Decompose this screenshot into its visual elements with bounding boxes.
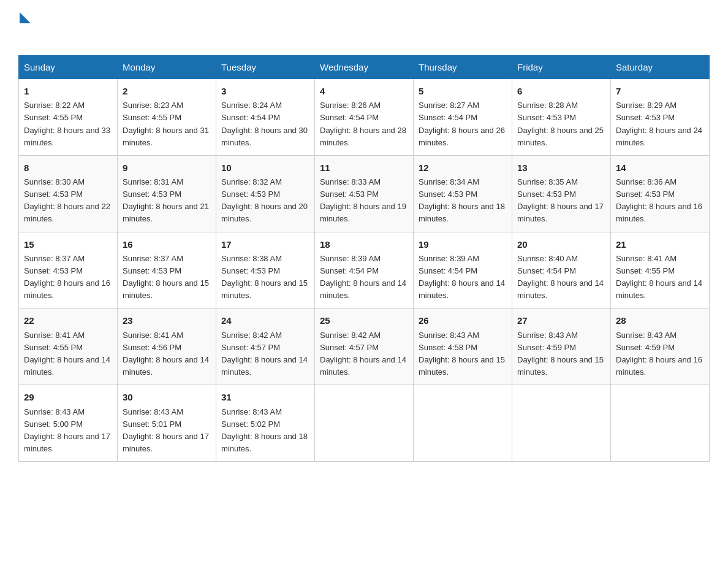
day-info: Sunrise: 8:36 AMSunset: 4:53 PMDaylight:… (616, 177, 702, 223)
calendar-cell: 14Sunrise: 8:36 AMSunset: 4:53 PMDayligh… (611, 155, 710, 232)
calendar-cell: 9Sunrise: 8:31 AMSunset: 4:53 PMDaylight… (118, 155, 216, 232)
calendar-cell: 13Sunrise: 8:35 AMSunset: 4:53 PMDayligh… (512, 155, 611, 232)
calendar-cell: 12Sunrise: 8:34 AMSunset: 4:53 PMDayligh… (414, 155, 512, 232)
calendar-cell: 30Sunrise: 8:43 AMSunset: 5:01 PMDayligh… (118, 385, 216, 462)
calendar-table: SundayMondayTuesdayWednesdayThursdayFrid… (18, 55, 710, 462)
day-info: Sunrise: 8:43 AMSunset: 4:59 PMDaylight:… (616, 331, 702, 377)
calendar-cell: 15Sunrise: 8:37 AMSunset: 4:53 PMDayligh… (19, 232, 118, 308)
day-number: 20 (517, 237, 605, 251)
day-info: Sunrise: 8:39 AMSunset: 4:54 PMDaylight:… (320, 254, 406, 300)
calendar-week-row: 15Sunrise: 8:37 AMSunset: 4:53 PMDayligh… (19, 232, 710, 308)
day-info: Sunrise: 8:30 AMSunset: 4:53 PMDaylight:… (24, 177, 110, 223)
day-number: 21 (616, 237, 704, 251)
calendar-cell: 21Sunrise: 8:41 AMSunset: 4:55 PMDayligh… (611, 232, 710, 308)
calendar-cell: 5Sunrise: 8:27 AMSunset: 4:54 PMDaylight… (414, 79, 512, 156)
calendar-cell: 7Sunrise: 8:29 AMSunset: 4:53 PMDaylight… (611, 79, 710, 156)
calendar-cell: 22Sunrise: 8:41 AMSunset: 4:55 PMDayligh… (19, 308, 118, 385)
day-info: Sunrise: 8:43 AMSunset: 5:02 PMDaylight:… (221, 407, 308, 453)
day-number: 16 (123, 237, 211, 251)
calendar-cell: 4Sunrise: 8:26 AMSunset: 4:54 PMDaylight… (315, 79, 414, 156)
calendar-week-row: 29Sunrise: 8:43 AMSunset: 5:00 PMDayligh… (19, 385, 710, 462)
page-header (18, 12, 710, 44)
day-info: Sunrise: 8:22 AMSunset: 4:55 PMDaylight:… (24, 101, 110, 147)
calendar-cell: 10Sunrise: 8:32 AMSunset: 4:53 PMDayligh… (216, 155, 315, 232)
calendar-cell: 29Sunrise: 8:43 AMSunset: 5:00 PMDayligh… (19, 385, 118, 462)
weekday-header-thursday: Thursday (414, 56, 512, 79)
day-info: Sunrise: 8:43 AMSunset: 4:58 PMDaylight:… (419, 331, 505, 377)
day-number: 3 (221, 84, 309, 98)
day-number: 1 (24, 84, 112, 98)
calendar-cell: 2Sunrise: 8:23 AMSunset: 4:55 PMDaylight… (118, 79, 216, 156)
day-number: 26 (419, 313, 507, 327)
day-info: Sunrise: 8:42 AMSunset: 4:57 PMDaylight:… (221, 331, 308, 377)
weekday-header-row: SundayMondayTuesdayWednesdayThursdayFrid… (19, 56, 710, 79)
calendar-cell: 1Sunrise: 8:22 AMSunset: 4:55 PMDaylight… (19, 79, 118, 156)
day-info: Sunrise: 8:33 AMSunset: 4:53 PMDaylight:… (320, 177, 406, 223)
day-info: Sunrise: 8:41 AMSunset: 4:55 PMDaylight:… (616, 254, 702, 300)
day-info: Sunrise: 8:34 AMSunset: 4:53 PMDaylight:… (419, 177, 505, 223)
day-number: 18 (320, 237, 408, 251)
calendar-cell: 17Sunrise: 8:38 AMSunset: 4:53 PMDayligh… (216, 232, 315, 308)
calendar-cell: 16Sunrise: 8:37 AMSunset: 4:53 PMDayligh… (118, 232, 216, 308)
calendar-cell: 28Sunrise: 8:43 AMSunset: 4:59 PMDayligh… (611, 308, 710, 385)
weekday-header-tuesday: Tuesday (216, 56, 315, 79)
day-number: 11 (320, 161, 408, 175)
day-number: 5 (419, 84, 507, 98)
calendar-week-row: 1Sunrise: 8:22 AMSunset: 4:55 PMDaylight… (19, 79, 710, 156)
calendar-cell: 19Sunrise: 8:39 AMSunset: 4:54 PMDayligh… (414, 232, 512, 308)
day-number: 19 (419, 237, 507, 251)
calendar-cell: 23Sunrise: 8:41 AMSunset: 4:56 PMDayligh… (118, 308, 216, 385)
day-info: Sunrise: 8:41 AMSunset: 4:55 PMDaylight:… (24, 331, 110, 377)
day-info: Sunrise: 8:37 AMSunset: 4:53 PMDaylight:… (123, 254, 209, 300)
day-info: Sunrise: 8:35 AMSunset: 4:53 PMDaylight:… (517, 177, 604, 223)
calendar-cell: 18Sunrise: 8:39 AMSunset: 4:54 PMDayligh… (315, 232, 414, 308)
calendar-week-row: 22Sunrise: 8:41 AMSunset: 4:55 PMDayligh… (19, 308, 710, 385)
day-info: Sunrise: 8:27 AMSunset: 4:54 PMDaylight:… (419, 101, 505, 147)
logo (18, 12, 31, 44)
day-info: Sunrise: 8:28 AMSunset: 4:53 PMDaylight:… (517, 101, 604, 147)
calendar-cell: 11Sunrise: 8:33 AMSunset: 4:53 PMDayligh… (315, 155, 414, 232)
calendar-cell: 27Sunrise: 8:43 AMSunset: 4:59 PMDayligh… (512, 308, 611, 385)
calendar-cell: 3Sunrise: 8:24 AMSunset: 4:54 PMDaylight… (216, 79, 315, 156)
calendar-cell: 24Sunrise: 8:42 AMSunset: 4:57 PMDayligh… (216, 308, 315, 385)
day-info: Sunrise: 8:31 AMSunset: 4:53 PMDaylight:… (123, 177, 209, 223)
day-number: 31 (221, 390, 309, 404)
day-number: 15 (24, 237, 112, 251)
day-info: Sunrise: 8:37 AMSunset: 4:53 PMDaylight:… (24, 254, 110, 300)
day-info: Sunrise: 8:40 AMSunset: 4:54 PMDaylight:… (517, 254, 604, 300)
weekday-header-sunday: Sunday (19, 56, 118, 79)
day-info: Sunrise: 8:23 AMSunset: 4:55 PMDaylight:… (123, 101, 209, 147)
calendar-cell: 6Sunrise: 8:28 AMSunset: 4:53 PMDaylight… (512, 79, 611, 156)
day-info: Sunrise: 8:43 AMSunset: 4:59 PMDaylight:… (517, 331, 604, 377)
day-info: Sunrise: 8:39 AMSunset: 4:54 PMDaylight:… (419, 254, 505, 300)
day-number: 24 (221, 313, 309, 327)
day-number: 12 (419, 161, 507, 175)
weekday-header-friday: Friday (512, 56, 611, 79)
day-info: Sunrise: 8:24 AMSunset: 4:54 PMDaylight:… (221, 101, 308, 147)
day-number: 10 (221, 161, 309, 175)
calendar-cell (512, 385, 611, 462)
day-number: 4 (320, 84, 408, 98)
weekday-header-saturday: Saturday (611, 56, 710, 79)
day-number: 17 (221, 237, 309, 251)
calendar-cell: 20Sunrise: 8:40 AMSunset: 4:54 PMDayligh… (512, 232, 611, 308)
day-number: 8 (24, 161, 112, 175)
day-info: Sunrise: 8:32 AMSunset: 4:53 PMDaylight:… (221, 177, 308, 223)
day-number: 30 (123, 390, 211, 404)
day-info: Sunrise: 8:38 AMSunset: 4:53 PMDaylight:… (221, 254, 308, 300)
day-number: 14 (616, 161, 704, 175)
day-info: Sunrise: 8:29 AMSunset: 4:53 PMDaylight:… (616, 101, 702, 147)
day-number: 27 (517, 313, 605, 327)
day-number: 28 (616, 313, 704, 327)
day-number: 29 (24, 390, 112, 404)
day-number: 25 (320, 313, 408, 327)
calendar-cell: 8Sunrise: 8:30 AMSunset: 4:53 PMDaylight… (19, 155, 118, 232)
calendar-week-row: 8Sunrise: 8:30 AMSunset: 4:53 PMDaylight… (19, 155, 710, 232)
calendar-cell: 25Sunrise: 8:42 AMSunset: 4:57 PMDayligh… (315, 308, 414, 385)
day-number: 7 (616, 84, 704, 98)
day-number: 22 (24, 313, 112, 327)
day-info: Sunrise: 8:43 AMSunset: 5:00 PMDaylight:… (24, 407, 110, 453)
day-number: 9 (123, 161, 211, 175)
day-info: Sunrise: 8:43 AMSunset: 5:01 PMDaylight:… (123, 407, 209, 453)
calendar-cell (611, 385, 710, 462)
